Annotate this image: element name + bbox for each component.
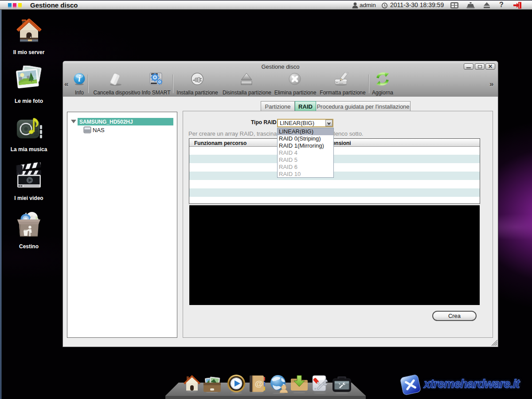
svg-text:i: i (78, 74, 81, 83)
svg-text:@: @ (255, 379, 263, 388)
